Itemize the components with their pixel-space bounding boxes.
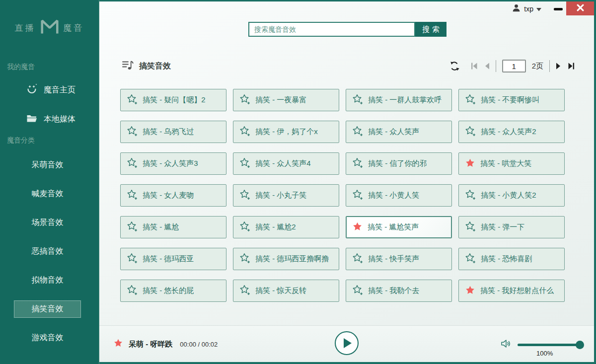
favorite-add-star-icon[interactable]: [352, 253, 363, 265]
sound-effect-label: 搞笑 - 一群人鼓掌欢呼: [368, 95, 442, 105]
pagination: 2页: [449, 57, 575, 75]
sound-effect-button[interactable]: 搞笑 - 伊，妈了个x: [233, 121, 339, 143]
sound-effect-button[interactable]: 搞笑 - 小黄人笑: [346, 184, 452, 207]
main-area: txp 搜索: [99, 0, 596, 364]
favorite-add-star-icon[interactable]: [239, 221, 250, 233]
sidebar-item-label: 魔音主页: [44, 85, 75, 95]
sound-effect-button[interactable]: 搞笑 - 德玛西亚撸啊撸: [233, 248, 339, 270]
sidebar-category-item[interactable]: 场景音效: [14, 214, 81, 231]
page-number-input[interactable]: [502, 60, 526, 73]
play-icon: [344, 338, 352, 348]
sound-effect-button[interactable]: 搞笑 - 悠长的屁: [120, 280, 226, 302]
volume-slider[interactable]: [518, 344, 582, 346]
play-button[interactable]: [335, 331, 359, 355]
sidebar-category-item[interactable]: 拟物音效: [14, 272, 81, 289]
sound-effect-button[interactable]: 搞笑 - 惊天反转: [233, 280, 339, 302]
sound-effect-label: 搞笑 - 快手笑声: [368, 254, 419, 264]
prev-page-button[interactable]: [484, 62, 490, 71]
sidebar-item-home[interactable]: 魔音主页: [0, 81, 99, 99]
favorite-add-star-icon[interactable]: [127, 189, 138, 202]
sound-effect-label: 搞笑 - 尴尬2: [255, 222, 296, 232]
favorite-add-star-icon[interactable]: [239, 285, 250, 297]
sound-effect-button[interactable]: 搞笑 - 女人麦吻: [120, 184, 226, 207]
user-menu[interactable]: txp: [512, 1, 541, 16]
minimize-button[interactable]: [551, 1, 565, 16]
favorite-star-icon[interactable]: [352, 221, 363, 233]
last-page-button[interactable]: [568, 62, 575, 71]
sound-effect-label: 搞笑 - 德玛西亚: [143, 254, 194, 264]
search-input[interactable]: [248, 22, 415, 37]
favorite-add-star-icon[interactable]: [127, 285, 138, 297]
favorite-add-star-icon[interactable]: [465, 126, 476, 138]
sound-effect-button[interactable]: 搞笑 - 众人笑声3: [120, 152, 226, 175]
sound-effect-button[interactable]: 搞笑 - 小丸子笑: [233, 184, 339, 207]
favorite-add-star-icon[interactable]: [352, 189, 363, 202]
close-icon: [577, 4, 584, 13]
first-page-button[interactable]: [470, 62, 478, 71]
sidebar-category-item[interactable]: 恶搞音效: [14, 243, 81, 260]
favorite-add-star-icon[interactable]: [239, 126, 250, 138]
sound-effect-button[interactable]: 搞笑 - 弹一下: [458, 216, 565, 238]
sidebar-category-item[interactable]: 喊麦音效: [14, 185, 81, 203]
sound-effect-label: 搞笑 - 乌鸦飞过: [143, 127, 194, 137]
sound-effect-button[interactable]: 搞笑 - 快手笑声: [346, 248, 452, 270]
sound-effect-button[interactable]: 搞笑 - 恐怖喜剧: [458, 248, 565, 270]
sidebar-item-local-media[interactable]: 本地媒体: [0, 110, 99, 128]
favorite-add-star-icon[interactable]: [352, 126, 363, 138]
sound-effect-button[interactable]: 搞笑 - 众人笑声2: [458, 121, 565, 143]
username: txp: [524, 5, 533, 13]
sound-effect-button[interactable]: 搞笑 - 我好想射点什么: [458, 280, 565, 302]
favorite-add-star-icon[interactable]: [127, 253, 138, 265]
sound-effect-button[interactable]: 搞笑 - 哄堂大笑: [458, 152, 565, 175]
sound-effect-button[interactable]: 搞笑 - 小黄人笑2: [458, 184, 565, 207]
sound-effect-label: 搞笑 - 一夜暴富: [255, 95, 306, 105]
sound-effect-button[interactable]: 搞笑 - 众人笑声4: [233, 152, 339, 175]
favorite-add-star-icon[interactable]: [465, 253, 476, 265]
next-page-button[interactable]: [556, 62, 562, 71]
sound-effect-button[interactable]: 搞笑 - 尴尬笑声: [346, 216, 452, 238]
logo-text-left: 直播: [15, 22, 36, 34]
favorite-add-star-icon[interactable]: [352, 94, 363, 106]
sidebar-category-item[interactable]: 搞笑音效: [14, 300, 81, 318]
favorite-add-star-icon[interactable]: [465, 221, 476, 233]
volume-percent: 100%: [536, 350, 553, 357]
favorite-add-star-icon[interactable]: [465, 189, 476, 202]
sound-effect-button[interactable]: 搞笑 - 信了你的邪: [346, 152, 452, 175]
favorite-add-star-icon[interactable]: [127, 221, 138, 233]
favorite-add-star-icon[interactable]: [352, 157, 363, 170]
volume-slider-thumb[interactable]: [576, 341, 584, 349]
sound-effect-button[interactable]: 搞笑 - 乌鸦飞过: [120, 121, 226, 143]
sidebar-category-item[interactable]: 游戏音效: [14, 329, 81, 347]
favorite-add-star-icon[interactable]: [239, 94, 250, 106]
sound-effect-button[interactable]: 搞笑 - 德玛西亚: [120, 248, 226, 270]
sound-effect-button[interactable]: 搞笑 - 一群人鼓掌欢呼: [346, 89, 452, 111]
favorite-star-icon[interactable]: [465, 158, 475, 170]
favorite-add-star-icon[interactable]: [127, 157, 138, 170]
sound-effect-button[interactable]: 搞笑 - 不要啊惨叫: [458, 89, 565, 111]
favorite-add-star-icon[interactable]: [239, 253, 250, 265]
favorite-add-star-icon[interactable]: [239, 157, 250, 170]
minimize-icon: [554, 8, 563, 10]
sound-effect-button[interactable]: 搞笑 - 尴尬2: [233, 216, 339, 238]
sound-effect-button[interactable]: 搞笑 - 尴尬: [120, 216, 226, 238]
favorite-star-icon[interactable]: [113, 338, 123, 350]
favorite-add-star-icon[interactable]: [239, 189, 250, 202]
favorite-add-star-icon[interactable]: [465, 94, 476, 106]
titlebar: txp: [99, 1, 594, 17]
favorite-add-star-icon[interactable]: [352, 285, 363, 297]
favorite-add-star-icon[interactable]: [127, 126, 138, 138]
sidebar-category-item[interactable]: 呆萌音效: [14, 156, 81, 174]
now-playing: 呆萌 - 呀咩跌 00:00 / 00:02: [113, 326, 218, 363]
sound-effect-button[interactable]: 搞笑 - 一夜暴富: [233, 89, 339, 111]
favorite-star-icon[interactable]: [465, 285, 475, 297]
sound-effect-button[interactable]: 搞笑 - 我勒个去: [346, 280, 452, 302]
sound-effect-label: 搞笑 - 女人麦吻: [143, 191, 194, 200]
sound-effect-button[interactable]: 搞笑 - 众人笑声: [346, 121, 452, 143]
sound-effect-label: 搞笑 - 众人笑声3: [143, 159, 198, 168]
sound-effect-button[interactable]: 搞笑 - 疑问【嗯】2: [120, 89, 226, 111]
search-button[interactable]: 搜索: [415, 22, 447, 37]
track-title: 呆萌 - 呀咩跌: [129, 340, 172, 349]
close-button[interactable]: [566, 1, 594, 15]
refresh-icon[interactable]: [449, 61, 459, 72]
favorite-add-star-icon[interactable]: [127, 94, 138, 106]
